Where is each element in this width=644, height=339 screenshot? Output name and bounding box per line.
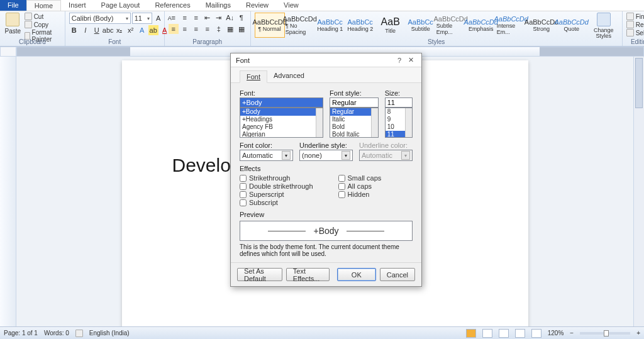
list-item[interactable]: +Body [240,108,323,116]
grow-font-button[interactable]: A [153,13,164,23]
view-web-button[interactable] [499,329,509,338]
view-fullscreen-button[interactable] [482,329,492,338]
superscript-checkbox[interactable]: Superscript [240,191,313,198]
tab-view[interactable]: View [276,0,306,11]
paste-button[interactable]: Paste [4,13,22,35]
superscript-button[interactable]: x² [126,25,136,35]
subscript-button[interactable]: x₂ [114,25,125,35]
list-item[interactable]: Agency FB [240,123,323,131]
dstrike-checkbox[interactable]: Double strikethrough [240,182,313,190]
font-size-input[interactable]: 11 [385,97,413,108]
font-list[interactable]: +Body+HeadingsAgency FBAlgerianArial [240,108,323,138]
zoom-level[interactable]: 120% [548,330,564,336]
style-tile-heading-2[interactable]: AaBbCcHeading 2 [345,13,375,38]
style-tile-intense-em-[interactable]: AaBbCcDdIntense Em... [496,13,526,38]
tab-pagelayout[interactable]: Page Layout [94,0,148,11]
smallcaps-checkbox[interactable]: Small caps [338,174,382,182]
style-name: ¶ Normal [258,26,281,32]
copy-label: Copy [34,21,48,28]
list-item[interactable]: Algerian [240,131,323,138]
find-button[interactable]: Find [626,13,644,20]
font-size-combo[interactable]: 11▾ [132,13,152,24]
underline-button[interactable]: U [92,25,102,35]
align-right-button[interactable]: ≡ [191,24,201,34]
vertical-ruler[interactable] [0,57,16,333]
multilevel-button[interactable]: ≡ [191,13,201,23]
shading-button[interactable]: ▦ [225,24,235,34]
highlight-button[interactable]: ab [148,25,158,35]
hidden-checkbox[interactable]: Hidden [338,191,382,198]
style-tile-strong[interactable]: AaBbCcDcStrong [526,13,557,38]
italic-button[interactable]: I [80,25,91,35]
numbering-button[interactable]: ≡ [180,13,190,23]
font-name-input[interactable]: +Body [240,97,323,108]
style-tile--normal[interactable]: AaBbCcDd¶ Normal [255,13,285,38]
replace-button[interactable]: Replace [626,21,644,28]
dialog-tab-font[interactable]: Font [240,70,267,83]
status-words[interactable]: Words: 0 [44,330,69,336]
tab-review[interactable]: Review [238,0,276,11]
show-marks-button[interactable]: ¶ [236,13,247,23]
spell-check-icon[interactable] [75,330,83,337]
dec-indent-button[interactable]: ⇤ [203,13,213,23]
inc-indent-button[interactable]: ⇥ [214,13,224,23]
bullets-button[interactable]: ≡ [169,13,179,23]
style-tile-title[interactable]: AaBTitle [375,13,406,38]
justify-button[interactable]: ≡ [203,24,213,34]
line-spacing-button[interactable]: ‡ [214,24,224,34]
font-color-dropdown[interactable]: Automatic▾ [240,150,293,161]
view-draft-button[interactable] [531,329,541,338]
style-tile-subtitle[interactable]: AaBbCcSubtitle [406,13,436,38]
style-tile--no-spacing[interactable]: AaBbCcDd¶ No Spacing [285,13,315,38]
tab-references[interactable]: References [147,0,197,11]
style-tile-subtle-emp-[interactable]: AaBbCcDdSubtle Emp... [436,13,466,38]
allcaps-checkbox[interactable]: All caps [338,182,382,190]
zoom-slider[interactable] [580,332,630,335]
tab-insert[interactable]: Insert [61,0,94,11]
zoom-in-button[interactable]: + [636,330,640,336]
font-size-list[interactable]: 89101112 [385,108,413,138]
cancel-button[interactable]: Cancel [380,268,415,281]
list-item[interactable]: +Headings [240,116,323,123]
text-effects-button[interactable]: Text Effects... [286,268,330,281]
font-name-combo[interactable]: Calibri (Body)▾ [69,13,131,24]
change-styles-button[interactable]: Change Styles [589,13,618,39]
dialog-tab-advanced[interactable]: Advanced [267,70,311,82]
align-left-button[interactable]: ≡ [169,24,179,34]
style-tile-quote[interactable]: AaBbCcDdQuote [557,13,587,38]
tab-mailings[interactable]: Mailings [198,0,238,11]
bold-button[interactable]: B [69,25,79,35]
strike-checkbox[interactable]: Strikethrough [240,174,313,182]
style-tile-heading-1[interactable]: AaBbCcHeading 1 [315,13,345,38]
text-effects-button[interactable]: A [137,25,147,35]
view-print-layout-button[interactable] [466,329,476,338]
ok-button[interactable]: OK [337,268,376,281]
subscript-checkbox[interactable]: Subscript [240,199,313,206]
copy-button[interactable]: Copy [25,21,61,28]
hidden-label: Hidden [348,191,370,198]
strike-button[interactable]: abc [103,25,113,35]
zoom-out-button[interactable]: − [570,330,574,336]
status-page[interactable]: Page: 1 of 1 [4,330,38,336]
align-center-button[interactable]: ≡ [180,24,190,34]
status-language[interactable]: English (India) [89,330,130,336]
set-default-button[interactable]: Set As Default [237,268,282,281]
tab-file[interactable]: File [0,0,26,11]
dialog-help-button[interactable]: ? [394,57,405,64]
dialog-close-button[interactable]: ✕ [405,56,416,64]
font-style-list[interactable]: RegularItalicBoldBold Italic [330,108,379,138]
underline-style-dropdown[interactable]: (none)▾ [299,150,353,161]
font-style-input[interactable]: Regular [330,97,379,108]
scrollbar-thumb[interactable] [635,58,643,108]
select-button[interactable]: Select [626,29,644,36]
borders-button[interactable]: ▦ [236,24,247,34]
select-icon [626,29,634,36]
sort-button[interactable]: A↓ [225,13,235,23]
vertical-scrollbar[interactable] [633,57,644,333]
cut-button[interactable]: Cut [25,13,61,20]
zoom-slider-thumb[interactable] [604,330,609,336]
underline-color-label: Underline color: [359,142,413,149]
view-outline-button[interactable] [515,329,525,338]
style-tile-emphasis[interactable]: AaBbCcDdEmphasis [466,13,496,38]
tab-home[interactable]: Home [26,0,61,11]
